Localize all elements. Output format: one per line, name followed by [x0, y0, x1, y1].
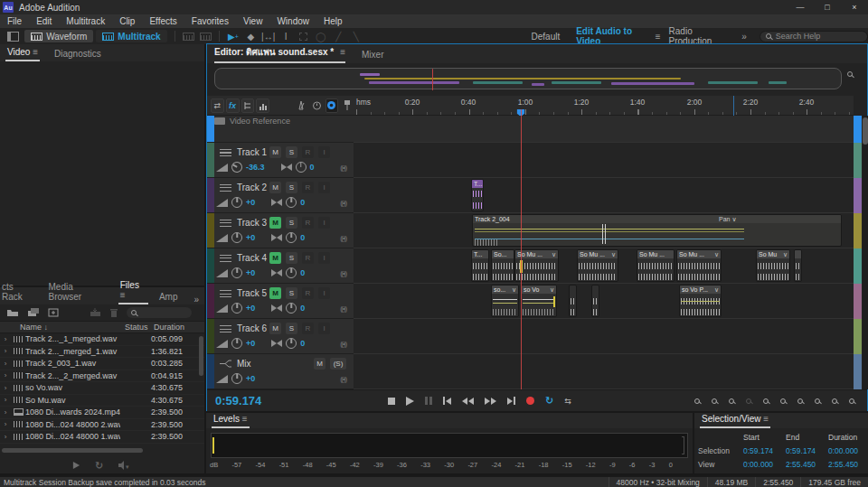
files-vertical-scrollbar[interactable]: [199, 336, 203, 376]
loop-playback-icon[interactable]: [326, 98, 339, 113]
volume-value[interactable]: +0: [246, 268, 255, 277]
track-header-5[interactable]: Track 5 M S R I +0 0 ((•)): [207, 284, 354, 319]
lasso-selection-tool-icon[interactable]: ◯: [314, 30, 327, 42]
menu-effects[interactable]: Effects: [142, 16, 184, 26]
toggle-tracks-icon[interactable]: ⇄: [211, 98, 224, 113]
play-button[interactable]: [406, 397, 414, 406]
stop-button[interactable]: [388, 398, 395, 405]
column-status[interactable]: Status: [125, 323, 148, 332]
marquee-selection-tool-icon[interactable]: [297, 30, 310, 42]
preview-speaker-icon[interactable]: ▾: [118, 457, 130, 473]
workspace-dock-icon[interactable]: [7, 32, 19, 42]
solo-button[interactable]: S: [286, 182, 297, 193]
track-lane-5[interactable]: so... so Vo so Vo P...: [354, 284, 854, 319]
file-row[interactable]: Track 2..._2_merged.wav0:04.915: [0, 370, 204, 383]
volume-knob[interactable]: [231, 338, 242, 349]
track-lane-3[interactable]: Track 2_004 Pan: [354, 213, 854, 248]
pan-value[interactable]: 0: [300, 339, 305, 348]
mute-button[interactable]: M: [269, 252, 281, 264]
monitor-input-button[interactable]: I: [318, 182, 330, 193]
expand-icon[interactable]: [0, 384, 11, 392]
open-file-icon[interactable]: [6, 308, 19, 317]
zoom-to-selection-icon[interactable]: [815, 398, 820, 404]
minimize-button[interactable]: —: [787, 0, 814, 14]
solo-button[interactable]: S: [286, 252, 297, 264]
monitor-input-button[interactable]: I: [318, 252, 330, 264]
menu-window[interactable]: Window: [269, 16, 316, 26]
files-tabs-overflow-icon[interactable]: »: [188, 295, 204, 304]
volume-value[interactable]: +0: [246, 339, 255, 348]
track-header-2[interactable]: Track 2 M S R I +0 0 ((•)): [207, 178, 354, 213]
tab-levels[interactable]: Levels: [212, 412, 250, 428]
solo-safe-button[interactable]: (S): [330, 358, 346, 370]
audio-clip[interactable]: so Vo P...: [679, 285, 722, 317]
audio-clip[interactable]: So...: [491, 249, 514, 282]
envelope-keyframe-line[interactable]: [605, 224, 606, 244]
monitor-input-button[interactable]: I: [318, 323, 330, 334]
selection-view-menu-icon[interactable]: [763, 414, 769, 424]
menu-edit[interactable]: Edit: [29, 16, 59, 26]
solo-button[interactable]: S: [286, 287, 297, 299]
audio-clip[interactable]: So Mu ...: [577, 249, 618, 282]
zoom-in-right-edge-icon[interactable]: [797, 398, 803, 404]
file-row[interactable]: So Mu.wav4:30.675: [0, 395, 204, 407]
workspace-overflow-icon[interactable]: »: [736, 32, 752, 42]
clip-pan-envelope-label[interactable]: Pan: [719, 216, 737, 223]
spectral-display-icon[interactable]: [181, 30, 194, 42]
tab-diagnostics[interactable]: Diagnostics: [52, 47, 103, 61]
selection-end-value[interactable]: 0:59.174: [786, 446, 828, 455]
multitrack-mode-button[interactable]: Multitrack: [96, 30, 166, 42]
column-name[interactable]: Name: [20, 323, 48, 332]
track-header-3[interactable]: Track 3 M S R I +0 0 ((•)): [207, 213, 354, 248]
expand-icon[interactable]: [0, 408, 11, 417]
pan-value[interactable]: 0: [300, 304, 305, 313]
audio-clip[interactable]: T...: [471, 249, 489, 282]
file-row[interactable]: Track 2..._1_merged.wav0:05.099: [0, 333, 204, 346]
video-track-lane[interactable]: [354, 116, 854, 143]
preview-play-icon[interactable]: [73, 462, 80, 469]
tab-amplitude[interactable]: Amp: [157, 290, 180, 304]
pan-knob[interactable]: [286, 232, 297, 243]
mute-button[interactable]: M: [269, 323, 281, 334]
menu-favorites[interactable]: Favorites: [184, 16, 236, 26]
track-lane-2[interactable]: T...: [354, 178, 854, 213]
record-button[interactable]: [526, 397, 534, 405]
track-header-6[interactable]: Track 6 M S R I +0 0 ((•)): [207, 319, 354, 354]
expand-icon[interactable]: [0, 335, 11, 343]
audio-clip[interactable]: T...: [471, 179, 484, 211]
slip-tool-icon[interactable]: |↔|: [261, 30, 275, 42]
arm-record-button[interactable]: R: [302, 217, 314, 229]
import-file-icon[interactable]: [27, 308, 40, 317]
solo-button[interactable]: S: [286, 146, 297, 158]
volume-envelope-line[interactable]: [681, 301, 720, 302]
tab-editor[interactable]: Editor: ติศแพน sound.sesx *: [214, 45, 345, 63]
waveform-mode-button[interactable]: Waveform: [24, 30, 93, 42]
audio-clip[interactable]: [569, 285, 577, 317]
pan-envelope-line[interactable]: [475, 239, 744, 239]
file-row[interactable]: 1080 Di...024 48000 1.wav2:39.500: [0, 431, 204, 444]
track-header-4[interactable]: Track 4 M S R I +0 0 ((•)): [207, 248, 354, 284]
metronome-icon[interactable]: [295, 98, 308, 113]
pan-knob[interactable]: [286, 338, 297, 349]
file-row[interactable]: 1080 Di...wards 2024.mp42:39.500: [0, 407, 204, 419]
volume-knob[interactable]: [231, 303, 242, 314]
column-duration[interactable]: Duration: [154, 323, 184, 332]
show-effects-icon[interactable]: fx: [226, 98, 240, 113]
pan-knob[interactable]: [286, 197, 297, 208]
track-header-1[interactable]: Track 1 M S R I -36.3 0 ((•)): [207, 143, 354, 178]
volume-envelope-line[interactable]: [475, 231, 744, 232]
volume-envelope-line[interactable]: [493, 299, 517, 300]
volume-envelope-line[interactable]: [523, 299, 555, 300]
files-horizontal-scrollbar[interactable]: [2, 448, 143, 453]
zoom-out-time-icon[interactable]: [746, 398, 751, 404]
playhead-time-display[interactable]: 0:59.174: [215, 394, 261, 407]
skip-selection-icon[interactable]: [310, 98, 324, 113]
workspace-default[interactable]: Default: [524, 32, 569, 42]
pitch-display-icon[interactable]: [199, 30, 212, 42]
trash-icon[interactable]: [109, 308, 118, 317]
monitor-input-button[interactable]: I: [318, 146, 330, 158]
volume-knob[interactable]: [231, 267, 242, 278]
envelope-keyframe-line[interactable]: [602, 224, 603, 244]
time-selection-tool-icon[interactable]: I: [278, 30, 292, 42]
pan-envelope-line[interactable]: [523, 303, 555, 304]
